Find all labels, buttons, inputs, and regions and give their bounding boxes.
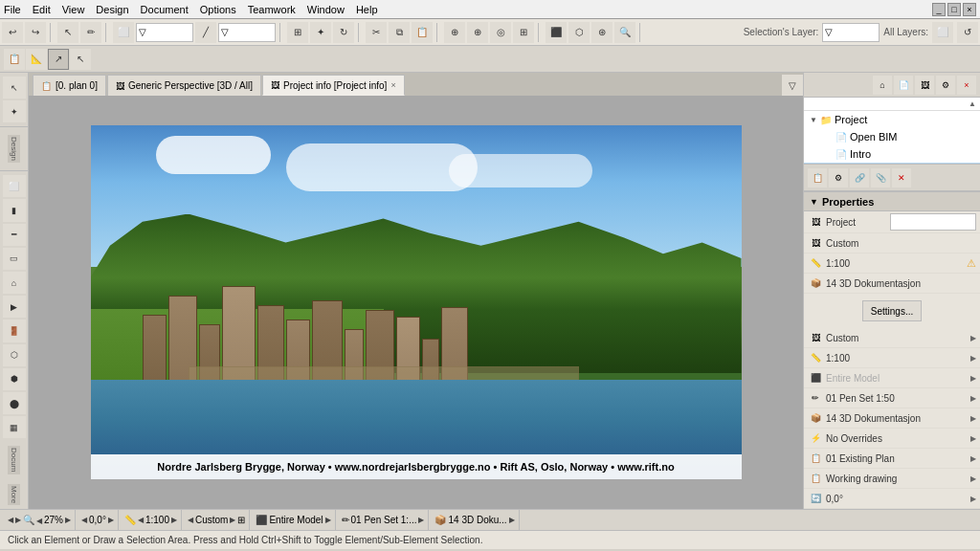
angle-nav-left[interactable]: ◀	[81, 516, 87, 524]
view-btn4[interactable]: 🔍	[614, 22, 635, 43]
panel-home-btn[interactable]: ⌂	[873, 76, 892, 95]
undo-button[interactable]: ↩	[2, 22, 23, 43]
zoom-nav-btn[interactable]: ◀	[36, 517, 42, 525]
prop-bottom-penset[interactable]: ✏ 01 Pen Set 1:50 ▶	[804, 388, 980, 408]
tool-magic[interactable]: ✦	[3, 100, 26, 122]
line-dropdown[interactable]: ▽	[218, 23, 276, 42]
section-btn[interactable]: 📐	[26, 49, 47, 70]
tabs-overflow-btn[interactable]: ▽	[782, 75, 803, 96]
draw-button[interactable]: ✏	[80, 22, 101, 43]
tool-roof[interactable]: ⌂	[3, 272, 26, 294]
prop-btn4[interactable]: 📎	[871, 168, 890, 187]
menu-design[interactable]: Design	[96, 4, 128, 15]
copy-button[interactable]: ⧉	[389, 22, 410, 43]
prop-bottom-3d[interactable]: 📦 14 3D Dokumentasjon ▶	[804, 408, 980, 429]
menu-teamwork[interactable]: Teamwork	[248, 4, 296, 15]
view-btn2[interactable]: ⬡	[568, 22, 590, 43]
zoom-nav-right-btn[interactable]: ▶	[65, 516, 71, 524]
viewmode-icon[interactable]: ⊞	[237, 515, 245, 525]
panel-settings-btn[interactable]: ⚙	[936, 76, 955, 95]
model-nav-right[interactable]: ▶	[325, 516, 331, 524]
settings-button[interactable]: Settings...	[862, 300, 922, 321]
tool-column[interactable]: ▮	[3, 199, 26, 221]
prop-bottom-existing[interactable]: 📋 01 Existing Plan ▶	[804, 449, 980, 469]
prop-bottom-overrides[interactable]: ⚡ No Overrides ▶	[804, 429, 980, 449]
menu-help[interactable]: Help	[356, 4, 378, 15]
element-btn1[interactable]: ⊕	[444, 22, 465, 43]
prop-btn2[interactable]: ⚙	[829, 168, 848, 187]
prop-bottom-working[interactable]: 📋 Working drawing ▶	[804, 469, 980, 489]
tool-beam[interactable]: ━	[3, 224, 26, 246]
close-button[interactable]: ×	[963, 3, 976, 16]
menu-document[interactable]: Document	[141, 4, 189, 15]
select-button[interactable]: ↖	[57, 22, 78, 43]
tool-door[interactable]: 🚪	[3, 320, 26, 342]
element-btn4[interactable]: ⊞	[513, 22, 534, 43]
tool-fill[interactable]: ▦	[3, 416, 26, 438]
redo-button[interactable]: ↪	[25, 22, 46, 43]
tab-plan[interactable]: 📋 [0. plan 0]	[33, 75, 106, 96]
tool-select[interactable]: ↖	[3, 77, 26, 99]
view-btn1[interactable]: ⬛	[546, 22, 567, 43]
prop-bottom-angle[interactable]: 🔄 0,0° ▶	[804, 489, 980, 509]
docum-section[interactable]: Docum	[8, 446, 20, 474]
cursor-btn[interactable]: ↖	[70, 49, 91, 70]
shape-dropdown[interactable]: ▽	[136, 23, 193, 42]
menu-window[interactable]: Window	[307, 4, 345, 15]
element-btn2[interactable]: ⊕	[467, 22, 488, 43]
layers-dropdown[interactable]: ▽	[822, 23, 880, 42]
rectangle-button[interactable]: ⬜	[113, 22, 134, 43]
tab-projectinfo[interactable]: 🖼 Project info [Project info] ×	[262, 75, 405, 96]
tool-stair[interactable]: ▶	[3, 296, 26, 318]
tree-item-intro[interactable]: 📄 Intro	[804, 145, 980, 163]
viewmode-nav-left[interactable]: ◀	[188, 516, 193, 524]
tab-perspective[interactable]: 🖼 Generic Perspective [3D / All]	[107, 75, 261, 96]
grid-button[interactable]: ⊞	[287, 22, 308, 43]
layers-icon[interactable]: ⬜	[932, 22, 953, 43]
prop-btn1[interactable]: 📋	[808, 168, 827, 187]
snap-button[interactable]: ✦	[310, 22, 331, 43]
panel-view-btn[interactable]: 🖼	[915, 76, 934, 95]
tool-object[interactable]: ⬢	[3, 368, 26, 390]
refresh-button[interactable]: ↺	[957, 22, 978, 43]
menu-options[interactable]: Options	[200, 4, 236, 15]
tree-item-project[interactable]: ▼ 📁 Project	[804, 111, 980, 128]
tool-mesh[interactable]: ⬤	[3, 392, 26, 414]
scale-nav-left[interactable]: ◀	[138, 516, 144, 524]
design-section[interactable]: Design	[8, 135, 20, 163]
cut-button[interactable]: ✂	[366, 22, 387, 43]
prop-bottom-custom[interactable]: 🖼 Custom ▶	[804, 328, 980, 348]
panel-close-btn[interactable]: ×	[957, 76, 976, 95]
menu-edit[interactable]: Edit	[33, 4, 51, 15]
element-btn3[interactable]: ◎	[490, 22, 511, 43]
prop-btn5[interactable]: ✕	[892, 168, 911, 187]
prop-bottom-scale[interactable]: 📏 1:100 ▶	[804, 348, 980, 368]
paste-button[interactable]: 📋	[412, 22, 433, 43]
prop-bottom-model[interactable]: ⬛ Entire Model ▶	[804, 368, 980, 388]
tool-wall[interactable]: ⬜	[3, 175, 26, 197]
tab-close-icon[interactable]: ×	[390, 80, 395, 90]
prop-input-project[interactable]	[890, 213, 976, 231]
penset-nav-right[interactable]: ▶	[418, 516, 424, 524]
angle-nav-right[interactable]: ▶	[108, 516, 114, 524]
viewmode-nav-right[interactable]: ▶	[230, 516, 235, 524]
tree-item-openbim[interactable]: 📄 Open BIM	[804, 128, 980, 145]
rotate-button[interactable]: ↻	[333, 22, 354, 43]
pan-right-btn[interactable]: ▶	[15, 516, 21, 524]
maximize-button[interactable]: □	[947, 3, 961, 16]
prop-btn3[interactable]: 🔗	[850, 168, 869, 187]
doc-nav-right[interactable]: ▶	[509, 516, 515, 524]
tree-collapse-btn[interactable]: ▲	[969, 99, 976, 108]
line-button[interactable]: ╱	[195, 22, 216, 43]
pan-left-btn[interactable]: ◀	[8, 516, 13, 524]
view-btn3[interactable]: ⊛	[591, 22, 612, 43]
tool-window[interactable]: ⬡	[3, 344, 26, 366]
minimize-button[interactable]: _	[932, 3, 946, 16]
menu-file[interactable]: File	[4, 4, 21, 15]
menu-view[interactable]: View	[62, 4, 85, 15]
tool-slab[interactable]: ▭	[3, 248, 26, 270]
panel-doc-btn[interactable]: 📄	[894, 76, 913, 95]
plan-btn[interactable]: 📋	[4, 49, 25, 70]
more-section[interactable]: More	[8, 484, 20, 505]
scale-nav-right[interactable]: ▶	[171, 516, 177, 524]
